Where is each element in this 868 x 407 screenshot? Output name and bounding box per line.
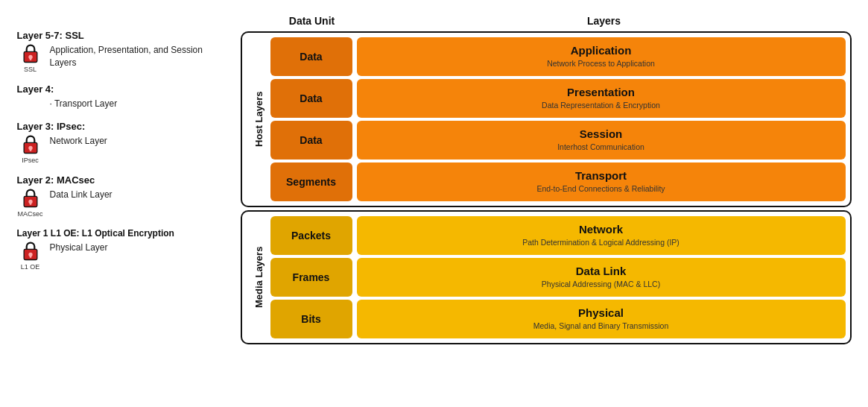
layer-cell-presentation: Presentation Data Representation & Encry… (357, 79, 846, 118)
media-layers-label: Media Layers (247, 216, 270, 338)
svg-rect-8 (29, 201, 31, 204)
data-unit-transport: Segments (270, 163, 352, 201)
layer-ssl-title: Layer 5-7: SSL (17, 30, 226, 41)
layer-4-title: Layer 4: (17, 83, 226, 95)
layer-l1oe: Layer 1 L1 OE: L1 Optical Encryption L1 … (17, 228, 226, 271)
svg-rect-5 (29, 148, 31, 151)
ssl-lock-label: SSL (24, 66, 37, 73)
header-layers: Layers (357, 15, 852, 27)
layer-4-body: · Transport Layer (17, 96, 226, 110)
left-panel: Layer 5-7: SSL SSL Application, Presenta… (17, 15, 226, 271)
table-row: Data Session Interhost Communication (270, 121, 846, 160)
layer-cell-application: Application Network Process to Applicati… (357, 37, 846, 76)
layer-l1oe-body: L1 OE Physical Layer (17, 240, 226, 271)
layer-ipsec-body: IPsec Network Layer (17, 133, 226, 164)
layer-4-desc: · Transport Layer (50, 96, 118, 110)
host-layers-label: Host Layers (247, 37, 270, 201)
layer-cell-network: Network Path Determination & Logical Add… (357, 216, 846, 255)
table-row: Packets Network Path Determination & Log… (270, 216, 846, 255)
host-layers-group: Host Layers Data Application Network Pro… (241, 31, 852, 207)
layer-l1oe-title: Layer 1 L1 OE: L1 Optical Encryption (17, 228, 226, 239)
macsec-lock-icon (20, 187, 41, 209)
macsec-lock-label: MACsec (17, 210, 42, 218)
svg-rect-11 (29, 254, 31, 257)
ipsec-desc: Network Layer (50, 133, 107, 148)
data-unit-session: Data (270, 121, 352, 160)
layer-4: Layer 4: · Transport Layer (17, 83, 226, 110)
layer-cell-datalink: Data Link Physical Addressing (MAC & LLC… (357, 258, 846, 297)
ipsec-lock-label: IPsec (22, 157, 39, 164)
table-row: Segments Transport End-to-End Connection… (270, 163, 846, 201)
svg-rect-2 (29, 57, 31, 60)
table-row: Data Presentation Data Representation & … (270, 79, 846, 118)
layer-ipsec: Layer 3: IPsec: IPsec Network Layer (17, 121, 226, 164)
l1oe-lock-wrap: L1 OE (17, 240, 44, 271)
l1oe-desc: Physical Layer (50, 240, 108, 254)
osi-header: Data Unit Layers (267, 15, 852, 27)
data-unit-presentation: Data (270, 79, 352, 118)
l1oe-lock-label: L1 OE (21, 263, 40, 271)
right-panel: Data Unit Layers Host Layers Data Applic… (241, 15, 852, 344)
main-container: Layer 5-7: SSL SSL Application, Presenta… (10, 7, 859, 400)
table-row: Bits Physical Media, Signal and Binary T… (270, 300, 846, 338)
media-layers-group: Media Layers Packets Network Path Determ… (241, 210, 852, 344)
data-unit-physical: Bits (270, 300, 352, 338)
layer-macsec-title: Layer 2: MACsec (17, 174, 226, 186)
media-rows: Packets Network Path Determination & Log… (270, 216, 846, 338)
layer-cell-transport: Transport End-to-End Connections & Relia… (357, 163, 846, 201)
layer-ssl: Layer 5-7: SSL SSL Application, Presenta… (17, 30, 226, 73)
header-data-unit: Data Unit (267, 15, 357, 27)
ipsec-lock-icon (20, 133, 41, 156)
layer-cell-physical: Physical Media, Signal and Binary Transm… (357, 300, 846, 338)
table-row: Data Application Network Process to Appl… (270, 37, 846, 76)
l1oe-lock-icon (20, 240, 41, 262)
data-unit-application: Data (270, 37, 352, 76)
macsec-lock-wrap: MACsec (17, 187, 44, 218)
data-unit-network: Packets (270, 216, 352, 255)
data-unit-datalink: Frames (270, 258, 352, 297)
ipsec-lock-wrap: IPsec (17, 133, 44, 164)
layer-ipsec-title: Layer 3: IPsec: (17, 121, 226, 132)
table-row: Frames Data Link Physical Addressing (MA… (270, 258, 846, 297)
host-rows: Data Application Network Process to Appl… (270, 37, 846, 201)
layer-ssl-body: SSL Application, Presentation, and Sessi… (17, 42, 226, 73)
ssl-lock-icon (20, 42, 41, 65)
layer-macsec-body: MACsec Data Link Layer (17, 187, 226, 218)
macsec-desc: Data Link Layer (50, 187, 113, 201)
layer-macsec: Layer 2: MACsec MACsec Data Link Layer (17, 174, 226, 218)
osi-diagram: Host Layers Data Application Network Pro… (241, 31, 852, 344)
ssl-lock-wrap: SSL (17, 42, 44, 73)
layer-cell-session: Session Interhost Communication (357, 121, 846, 160)
ssl-desc: Application, Presentation, and Session L… (50, 42, 226, 69)
